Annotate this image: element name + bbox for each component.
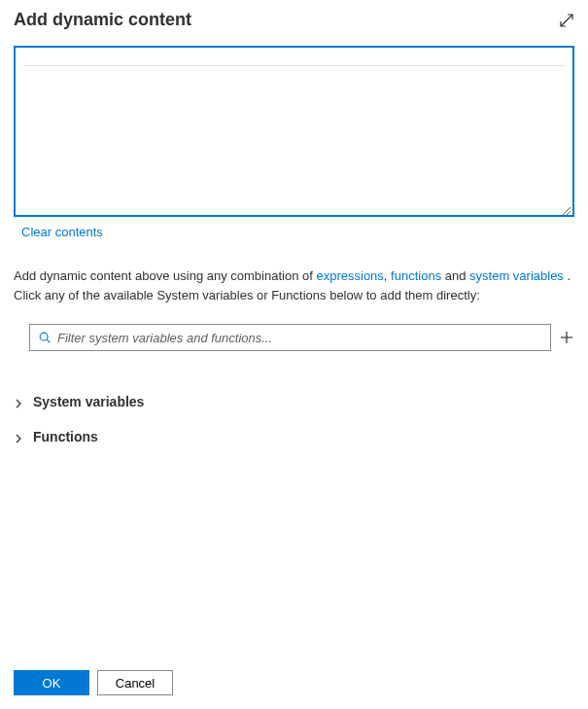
dialog-title: Add dynamic content	[14, 10, 191, 30]
expressions-link[interactable]: expressions	[316, 268, 383, 283]
chevron-right-icon	[14, 397, 23, 407]
functions-link[interactable]: functions	[391, 268, 441, 283]
expression-textarea[interactable]	[16, 48, 572, 215]
tree-label-system-variables: System variables	[33, 394, 144, 409]
ok-button[interactable]: OK	[14, 670, 89, 695]
dialog-header: Add dynamic content	[14, 10, 574, 30]
help-line2: Click any of the available System variab…	[14, 288, 480, 302]
help-period: .	[564, 268, 571, 283]
tree-label-functions: Functions	[33, 429, 98, 444]
resize-handle-icon[interactable]	[561, 203, 571, 213]
cancel-button[interactable]: Cancel	[97, 670, 173, 695]
dialog-footer: OK Cancel	[14, 655, 574, 699]
expand-icon[interactable]	[559, 13, 574, 28]
filter-input[interactable]	[57, 331, 542, 345]
help-text: Add dynamic content above using any comb…	[14, 266, 574, 304]
tree-functions[interactable]: Functions	[14, 425, 574, 448]
tree-system-variables[interactable]: System variables	[14, 390, 574, 413]
help-and: and	[441, 268, 469, 283]
filter-row	[29, 324, 574, 351]
expression-editor[interactable]	[14, 46, 574, 217]
filter-box[interactable]	[29, 324, 551, 351]
search-icon	[38, 331, 52, 344]
system-variables-link[interactable]: system variables	[469, 268, 564, 283]
plus-icon[interactable]	[559, 330, 574, 345]
chevron-right-icon	[14, 432, 23, 442]
svg-point-0	[40, 333, 48, 340]
help-comma: ,	[384, 268, 391, 283]
clear-contents-link[interactable]: Clear contents	[21, 225, 574, 239]
help-prefix: Add dynamic content above using any comb…	[14, 268, 316, 283]
